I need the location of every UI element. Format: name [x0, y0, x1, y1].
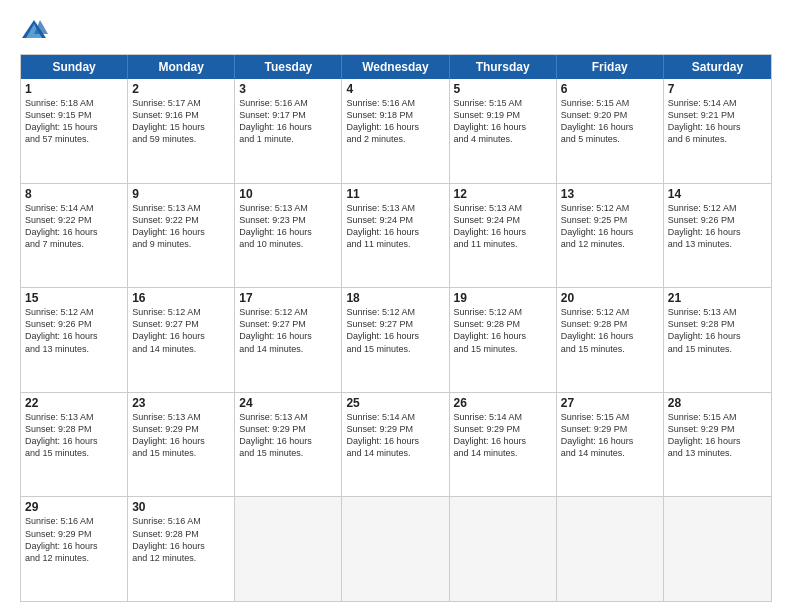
calendar-empty-cell	[342, 497, 449, 601]
day-number: 27	[561, 396, 659, 410]
calendar-day-17: 17Sunrise: 5:12 AM Sunset: 9:27 PM Dayli…	[235, 288, 342, 392]
calendar-day-13: 13Sunrise: 5:12 AM Sunset: 9:25 PM Dayli…	[557, 184, 664, 288]
day-number: 24	[239, 396, 337, 410]
calendar-row-5: 29Sunrise: 5:16 AM Sunset: 9:29 PM Dayli…	[21, 497, 771, 601]
header	[20, 16, 772, 44]
day-info: Sunrise: 5:13 AM Sunset: 9:29 PM Dayligh…	[239, 411, 337, 460]
day-info: Sunrise: 5:12 AM Sunset: 9:26 PM Dayligh…	[668, 202, 767, 251]
day-info: Sunrise: 5:12 AM Sunset: 9:28 PM Dayligh…	[454, 306, 552, 355]
calendar-header: SundayMondayTuesdayWednesdayThursdayFrid…	[21, 55, 771, 79]
day-info: Sunrise: 5:12 AM Sunset: 9:27 PM Dayligh…	[132, 306, 230, 355]
day-number: 23	[132, 396, 230, 410]
calendar: SundayMondayTuesdayWednesdayThursdayFrid…	[20, 54, 772, 602]
day-info: Sunrise: 5:14 AM Sunset: 9:29 PM Dayligh…	[454, 411, 552, 460]
calendar-day-14: 14Sunrise: 5:12 AM Sunset: 9:26 PM Dayli…	[664, 184, 771, 288]
day-info: Sunrise: 5:13 AM Sunset: 9:24 PM Dayligh…	[454, 202, 552, 251]
day-info: Sunrise: 5:13 AM Sunset: 9:28 PM Dayligh…	[668, 306, 767, 355]
page: SundayMondayTuesdayWednesdayThursdayFrid…	[0, 0, 792, 612]
logo	[20, 16, 52, 44]
day-number: 6	[561, 82, 659, 96]
calendar-day-9: 9Sunrise: 5:13 AM Sunset: 9:22 PM Daylig…	[128, 184, 235, 288]
day-info: Sunrise: 5:13 AM Sunset: 9:29 PM Dayligh…	[132, 411, 230, 460]
day-info: Sunrise: 5:15 AM Sunset: 9:29 PM Dayligh…	[668, 411, 767, 460]
calendar-day-28: 28Sunrise: 5:15 AM Sunset: 9:29 PM Dayli…	[664, 393, 771, 497]
weekday-header-sunday: Sunday	[21, 55, 128, 79]
calendar-day-26: 26Sunrise: 5:14 AM Sunset: 9:29 PM Dayli…	[450, 393, 557, 497]
calendar-day-25: 25Sunrise: 5:14 AM Sunset: 9:29 PM Dayli…	[342, 393, 449, 497]
day-info: Sunrise: 5:12 AM Sunset: 9:27 PM Dayligh…	[346, 306, 444, 355]
calendar-empty-cell	[450, 497, 557, 601]
day-info: Sunrise: 5:17 AM Sunset: 9:16 PM Dayligh…	[132, 97, 230, 146]
day-info: Sunrise: 5:14 AM Sunset: 9:29 PM Dayligh…	[346, 411, 444, 460]
calendar-day-23: 23Sunrise: 5:13 AM Sunset: 9:29 PM Dayli…	[128, 393, 235, 497]
calendar-empty-cell	[557, 497, 664, 601]
calendar-row-1: 1Sunrise: 5:18 AM Sunset: 9:15 PM Daylig…	[21, 79, 771, 184]
day-info: Sunrise: 5:16 AM Sunset: 9:17 PM Dayligh…	[239, 97, 337, 146]
logo-icon	[20, 16, 48, 44]
day-number: 10	[239, 187, 337, 201]
day-number: 1	[25, 82, 123, 96]
day-number: 25	[346, 396, 444, 410]
calendar-empty-cell	[664, 497, 771, 601]
day-number: 30	[132, 500, 230, 514]
day-number: 13	[561, 187, 659, 201]
day-number: 17	[239, 291, 337, 305]
calendar-day-3: 3Sunrise: 5:16 AM Sunset: 9:17 PM Daylig…	[235, 79, 342, 183]
day-number: 15	[25, 291, 123, 305]
weekday-header-friday: Friday	[557, 55, 664, 79]
day-info: Sunrise: 5:13 AM Sunset: 9:22 PM Dayligh…	[132, 202, 230, 251]
calendar-day-18: 18Sunrise: 5:12 AM Sunset: 9:27 PM Dayli…	[342, 288, 449, 392]
day-info: Sunrise: 5:12 AM Sunset: 9:27 PM Dayligh…	[239, 306, 337, 355]
day-info: Sunrise: 5:15 AM Sunset: 9:20 PM Dayligh…	[561, 97, 659, 146]
weekday-header-wednesday: Wednesday	[342, 55, 449, 79]
day-number: 22	[25, 396, 123, 410]
day-number: 3	[239, 82, 337, 96]
day-number: 5	[454, 82, 552, 96]
day-number: 19	[454, 291, 552, 305]
calendar-row-4: 22Sunrise: 5:13 AM Sunset: 9:28 PM Dayli…	[21, 393, 771, 498]
calendar-row-2: 8Sunrise: 5:14 AM Sunset: 9:22 PM Daylig…	[21, 184, 771, 289]
calendar-day-7: 7Sunrise: 5:14 AM Sunset: 9:21 PM Daylig…	[664, 79, 771, 183]
day-info: Sunrise: 5:12 AM Sunset: 9:28 PM Dayligh…	[561, 306, 659, 355]
day-number: 21	[668, 291, 767, 305]
day-info: Sunrise: 5:12 AM Sunset: 9:26 PM Dayligh…	[25, 306, 123, 355]
day-info: Sunrise: 5:16 AM Sunset: 9:18 PM Dayligh…	[346, 97, 444, 146]
day-number: 29	[25, 500, 123, 514]
day-number: 7	[668, 82, 767, 96]
calendar-day-15: 15Sunrise: 5:12 AM Sunset: 9:26 PM Dayli…	[21, 288, 128, 392]
calendar-day-6: 6Sunrise: 5:15 AM Sunset: 9:20 PM Daylig…	[557, 79, 664, 183]
day-info: Sunrise: 5:15 AM Sunset: 9:29 PM Dayligh…	[561, 411, 659, 460]
calendar-empty-cell	[235, 497, 342, 601]
calendar-row-3: 15Sunrise: 5:12 AM Sunset: 9:26 PM Dayli…	[21, 288, 771, 393]
calendar-day-19: 19Sunrise: 5:12 AM Sunset: 9:28 PM Dayli…	[450, 288, 557, 392]
weekday-header-saturday: Saturday	[664, 55, 771, 79]
calendar-day-1: 1Sunrise: 5:18 AM Sunset: 9:15 PM Daylig…	[21, 79, 128, 183]
day-info: Sunrise: 5:18 AM Sunset: 9:15 PM Dayligh…	[25, 97, 123, 146]
day-number: 2	[132, 82, 230, 96]
day-info: Sunrise: 5:13 AM Sunset: 9:23 PM Dayligh…	[239, 202, 337, 251]
day-number: 26	[454, 396, 552, 410]
calendar-day-16: 16Sunrise: 5:12 AM Sunset: 9:27 PM Dayli…	[128, 288, 235, 392]
calendar-day-12: 12Sunrise: 5:13 AM Sunset: 9:24 PM Dayli…	[450, 184, 557, 288]
day-number: 12	[454, 187, 552, 201]
day-number: 8	[25, 187, 123, 201]
day-info: Sunrise: 5:14 AM Sunset: 9:22 PM Dayligh…	[25, 202, 123, 251]
weekday-header-thursday: Thursday	[450, 55, 557, 79]
weekday-header-monday: Monday	[128, 55, 235, 79]
day-number: 16	[132, 291, 230, 305]
calendar-day-20: 20Sunrise: 5:12 AM Sunset: 9:28 PM Dayli…	[557, 288, 664, 392]
calendar-day-24: 24Sunrise: 5:13 AM Sunset: 9:29 PM Dayli…	[235, 393, 342, 497]
calendar-day-5: 5Sunrise: 5:15 AM Sunset: 9:19 PM Daylig…	[450, 79, 557, 183]
day-info: Sunrise: 5:13 AM Sunset: 9:24 PM Dayligh…	[346, 202, 444, 251]
day-number: 14	[668, 187, 767, 201]
day-info: Sunrise: 5:15 AM Sunset: 9:19 PM Dayligh…	[454, 97, 552, 146]
calendar-day-22: 22Sunrise: 5:13 AM Sunset: 9:28 PM Dayli…	[21, 393, 128, 497]
calendar-body: 1Sunrise: 5:18 AM Sunset: 9:15 PM Daylig…	[21, 79, 771, 601]
day-number: 28	[668, 396, 767, 410]
day-info: Sunrise: 5:16 AM Sunset: 9:28 PM Dayligh…	[132, 515, 230, 564]
calendar-day-27: 27Sunrise: 5:15 AM Sunset: 9:29 PM Dayli…	[557, 393, 664, 497]
calendar-day-21: 21Sunrise: 5:13 AM Sunset: 9:28 PM Dayli…	[664, 288, 771, 392]
day-number: 18	[346, 291, 444, 305]
calendar-day-2: 2Sunrise: 5:17 AM Sunset: 9:16 PM Daylig…	[128, 79, 235, 183]
calendar-day-29: 29Sunrise: 5:16 AM Sunset: 9:29 PM Dayli…	[21, 497, 128, 601]
